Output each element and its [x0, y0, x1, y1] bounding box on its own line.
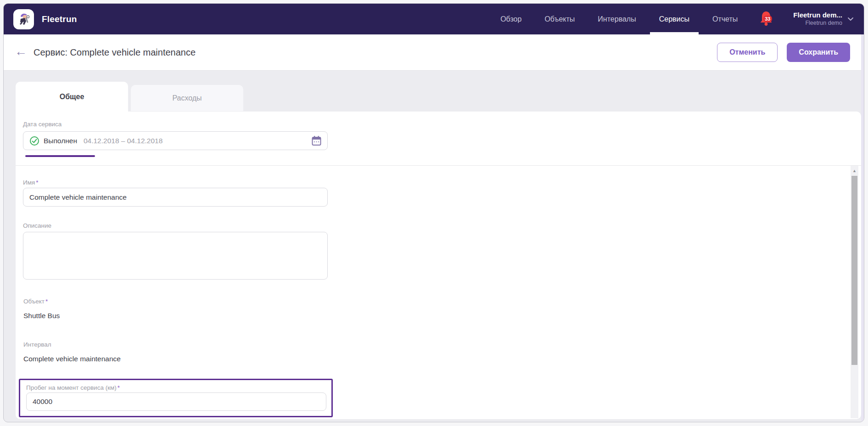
- app-window: Fleetrun Обзор Объекты Интервалы Сервисы…: [3, 3, 864, 422]
- calendar-button[interactable]: [312, 135, 321, 146]
- user-account: Fleetrun demo: [793, 20, 842, 27]
- nav-item-units[interactable]: Объекты: [533, 4, 586, 34]
- form-scroll-area: Имя* Описание Объект* Shuttle Bus Интерв…: [16, 166, 861, 419]
- user-menu[interactable]: Fleetrun dem... Fleetrun demo: [793, 11, 842, 27]
- top-navbar: Fleetrun Обзор Объекты Интервалы Сервисы…: [4, 4, 864, 34]
- required-mark: *: [36, 179, 38, 186]
- nav-item-overview[interactable]: Обзор: [489, 4, 533, 34]
- nav-item-intervals[interactable]: Интервалы: [586, 4, 647, 34]
- status-done-icon: [29, 136, 39, 146]
- description-textarea[interactable]: [23, 232, 328, 280]
- unit-label: Объект*: [23, 298, 48, 305]
- description-label: Описание: [23, 222, 51, 229]
- brand-name: Fleetrun: [42, 14, 77, 24]
- mileage-input[interactable]: [26, 392, 326, 411]
- fleetrun-logo[interactable]: [13, 9, 34, 29]
- service-form-panel: Дата сервиса Выполнен 04.12.2018 – 04.12…: [16, 112, 861, 419]
- save-button[interactable]: Сохранить: [787, 43, 850, 62]
- name-label: Имя*: [23, 179, 39, 186]
- mileage-label: Пробег на момент сервиса (км)*: [26, 384, 120, 391]
- name-input[interactable]: [23, 188, 328, 207]
- service-date-field[interactable]: Выполнен 04.12.2018 – 04.12.2018: [23, 131, 328, 150]
- service-date-label: Дата сервиса: [23, 121, 62, 128]
- scrollbar-thumb[interactable]: [851, 176, 857, 365]
- page-header: ← Сервис: Complete vehicle maintenance О…: [4, 34, 864, 70]
- notifications-button[interactable]: 33: [758, 10, 777, 29]
- primary-nav: Обзор Объекты Интервалы Сервисы Отчеты: [489, 4, 749, 34]
- nav-item-services[interactable]: Сервисы: [648, 4, 701, 34]
- page-scrollbar[interactable]: [861, 34, 864, 422]
- cancel-button[interactable]: Отменить: [717, 43, 778, 62]
- required-mark: *: [118, 384, 120, 391]
- nav-item-reports[interactable]: Отчеты: [701, 4, 749, 34]
- tab-general[interactable]: Общее: [16, 82, 128, 112]
- form-scrollbar[interactable]: ▲: [851, 166, 858, 418]
- mechanic-logo-icon: [16, 11, 32, 27]
- tab-bar: Общее Расходы: [16, 82, 243, 112]
- interval-value: Complete vehicle maintenance: [23, 355, 121, 363]
- unit-value: Shuttle Bus: [23, 312, 60, 320]
- service-date-range: 04.12.2018 – 04.12.2018: [84, 137, 162, 145]
- back-arrow-icon[interactable]: ←: [15, 45, 27, 58]
- service-status-text: Выполнен: [44, 137, 77, 145]
- header-actions: Отменить Сохранить: [717, 43, 850, 62]
- scrollbar-up-icon[interactable]: ▲: [851, 166, 858, 176]
- required-mark: *: [45, 298, 48, 305]
- user-name: Fleetrun dem...: [793, 11, 842, 20]
- interval-label: Интервал: [23, 341, 51, 348]
- tab-costs[interactable]: Расходы: [131, 85, 243, 112]
- active-field-underline: [25, 155, 95, 157]
- notifications-count-badge: 33: [763, 16, 772, 22]
- chevron-down-icon[interactable]: [847, 17, 854, 21]
- mileage-highlight-box: Пробег на момент сервиса (км)*: [19, 379, 333, 417]
- calendar-icon: [312, 135, 321, 146]
- page-title: Сервис: Complete vehicle maintenance: [34, 47, 196, 58]
